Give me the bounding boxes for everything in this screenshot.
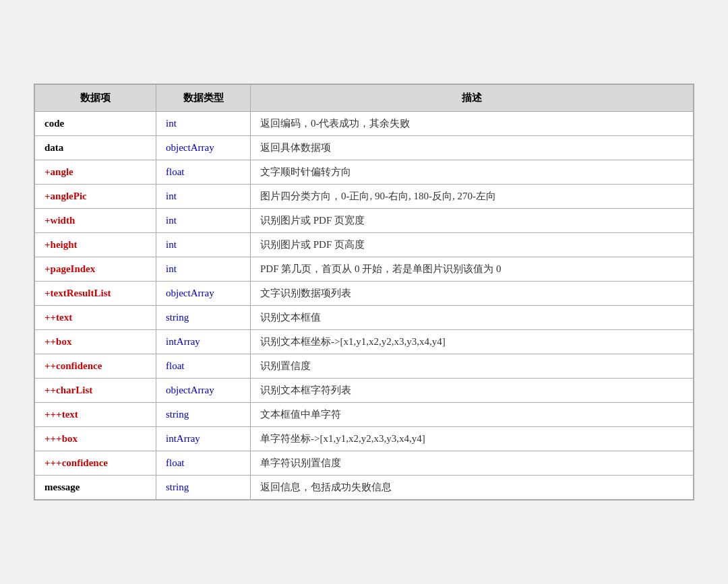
cell-item: ++box (35, 330, 156, 354)
cell-type: objectArray (156, 282, 251, 306)
table-row: +++textstring文本框值中单字符 (35, 403, 694, 427)
table-row: +heightint识别图片或 PDF 页高度 (35, 233, 694, 257)
cell-item: +pageIndex (35, 257, 156, 282)
cell-type: int (156, 112, 251, 136)
cell-type: string (156, 306, 251, 330)
table-row: ++charListobjectArray识别文本框字符列表 (35, 379, 694, 403)
table-row: ++confidencefloat识别置信度 (35, 354, 694, 379)
cell-item: ++text (35, 306, 156, 330)
cell-type: objectArray (156, 379, 251, 403)
cell-item: +++confidence (35, 451, 156, 476)
table-row: ++boxintArray识别文本框坐标->[x1,y1,x2,y2,x3,y3… (35, 330, 694, 354)
cell-desc: 文字顺时针偏转方向 (251, 160, 694, 185)
cell-type: objectArray (156, 136, 251, 160)
cell-desc: 返回信息，包括成功失败信息 (251, 476, 694, 500)
cell-item: +height (35, 233, 156, 257)
cell-type: float (156, 354, 251, 379)
cell-item: message (35, 476, 156, 500)
cell-desc: 识别文本框字符列表 (251, 379, 694, 403)
cell-desc: 文字识别数据项列表 (251, 282, 694, 306)
cell-type: int (156, 233, 251, 257)
table-row: codeint返回编码，0-代表成功，其余失败 (35, 112, 694, 136)
table-row: +++boxintArray单字符坐标->[x1,y1,x2,y2,x3,y3,… (35, 427, 694, 451)
api-response-table: 数据项 数据类型 描述 codeint返回编码，0-代表成功，其余失败datao… (34, 84, 694, 500)
cell-desc: 返回具体数据项 (251, 136, 694, 160)
table-row: dataobjectArray返回具体数据项 (35, 136, 694, 160)
cell-type: int (156, 185, 251, 209)
cell-desc: 识别图片或 PDF 页高度 (251, 233, 694, 257)
table-row: messagestring返回信息，包括成功失败信息 (35, 476, 694, 500)
cell-desc: PDF 第几页，首页从 0 开始，若是单图片识别该值为 0 (251, 257, 694, 282)
cell-desc: 单字符识别置信度 (251, 451, 694, 476)
cell-item: ++charList (35, 379, 156, 403)
table-row: +textResultListobjectArray文字识别数据项列表 (35, 282, 694, 306)
header-desc: 描述 (251, 85, 694, 112)
cell-desc: 图片四分类方向，0-正向, 90-右向, 180-反向, 270-左向 (251, 185, 694, 209)
cell-type: string (156, 476, 251, 500)
cell-desc: 识别图片或 PDF 页宽度 (251, 209, 694, 233)
table-row: +widthint识别图片或 PDF 页宽度 (35, 209, 694, 233)
cell-item: +++text (35, 403, 156, 427)
table-row: +anglePicint图片四分类方向，0-正向, 90-右向, 180-反向,… (35, 185, 694, 209)
cell-item: +textResultList (35, 282, 156, 306)
cell-item: +anglePic (35, 185, 156, 209)
table-row: +anglefloat文字顺时针偏转方向 (35, 160, 694, 185)
cell-desc: 文本框值中单字符 (251, 403, 694, 427)
cell-desc: 识别置信度 (251, 354, 694, 379)
cell-item: data (35, 136, 156, 160)
cell-desc: 识别文本框值 (251, 306, 694, 330)
header-item: 数据项 (35, 85, 156, 112)
table-row: ++textstring识别文本框值 (35, 306, 694, 330)
cell-item: code (35, 112, 156, 136)
cell-type: int (156, 209, 251, 233)
cell-desc: 返回编码，0-代表成功，其余失败 (251, 112, 694, 136)
cell-type: int (156, 257, 251, 282)
cell-item: ++confidence (35, 354, 156, 379)
cell-type: float (156, 160, 251, 185)
cell-type: string (156, 403, 251, 427)
header-type: 数据类型 (156, 85, 251, 112)
cell-item: +++box (35, 427, 156, 451)
cell-type: intArray (156, 330, 251, 354)
cell-item: +angle (35, 160, 156, 185)
cell-item: +width (35, 209, 156, 233)
table-row: +++confidencefloat单字符识别置信度 (35, 451, 694, 476)
cell-desc: 识别文本框坐标->[x1,y1,x2,y2,x3,y3,x4,y4] (251, 330, 694, 354)
cell-type: intArray (156, 427, 251, 451)
cell-type: float (156, 451, 251, 476)
table-row: +pageIndexintPDF 第几页，首页从 0 开始，若是单图片识别该值为… (35, 257, 694, 282)
cell-desc: 单字符坐标->[x1,y1,x2,y2,x3,y3,x4,y4] (251, 427, 694, 451)
